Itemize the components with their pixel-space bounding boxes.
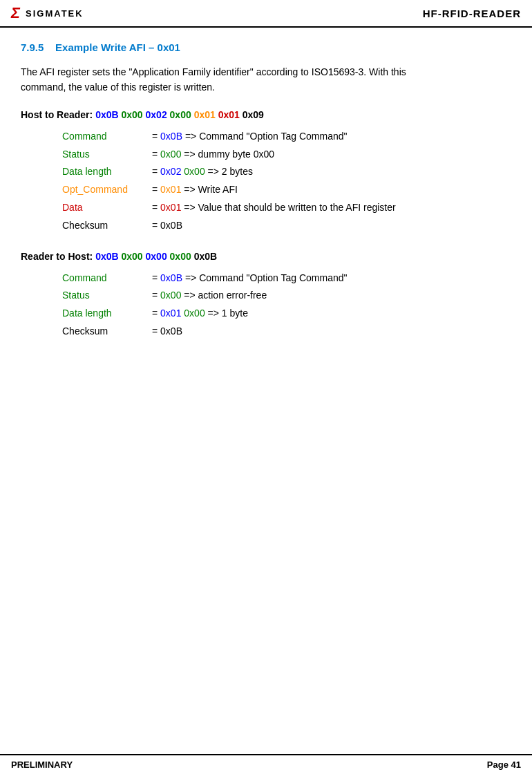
field-value-data1: = 0x01 => Value that should be written t…: [152, 200, 396, 216]
field-value-checksum1: = 0x0B: [152, 218, 182, 234]
field-value-checksum2: = 0x0B: [152, 323, 182, 340]
document-title: HF-RFID-READER: [423, 8, 521, 19]
field-row: Checksum = 0x0B: [62, 323, 511, 340]
field-row: Command = 0x0B => Command "Option Tag Co…: [62, 270, 511, 287]
field-name-datalength2: Data length: [62, 305, 152, 322]
field-name-datalength1: Data length: [62, 164, 152, 180]
field-row: Checksum = 0x0B: [62, 218, 511, 234]
host-to-reader-fields: Command = 0x0B => Command "Option Tag Co…: [62, 129, 511, 234]
section-heading: 7.9.5 Example Write AFI – 0x01: [21, 41, 511, 53]
field-name-checksum2: Checksum: [62, 323, 152, 340]
field-row: Data length = 0x02 0x00 => 2 bytes: [62, 164, 511, 180]
field-row: Data length = 0x01 0x00 => 1 byte: [62, 305, 511, 322]
footer-right: Page 41: [487, 759, 521, 770]
company-name: SIGMATEK: [26, 8, 84, 19]
description-text: The AFI register sets the "Application F…: [21, 64, 511, 95]
rth-hex-1: 0x0B: [95, 251, 118, 262]
field-name-command2: Command: [62, 270, 152, 287]
field-value-optcommand: = 0x01 => Write AFI: [152, 182, 238, 198]
reader-to-host-label: Reader to Host:: [21, 251, 93, 262]
htr-hex-4: 0x00: [170, 109, 191, 120]
host-to-reader-block: Host to Reader: 0x0B 0x00 0x02 0x00 0x01…: [21, 109, 511, 234]
field-name-checksum1: Checksum: [62, 218, 152, 234]
field-row: Status = 0x00 => dummy byte 0x00: [62, 147, 511, 163]
rth-hex-5: 0x0B: [194, 251, 217, 262]
main-content: 7.9.5 Example Write AFI – 0x01 The AFI r…: [0, 28, 532, 398]
field-name-data1: Data: [62, 200, 152, 216]
field-value-command1: = 0x0B => Command "Option Tag Command": [152, 129, 347, 145]
field-row: Status = 0x00 => action error-free: [62, 287, 511, 304]
rth-hex-2: 0x00: [121, 251, 142, 262]
field-name-optcommand: Opt_Command: [62, 182, 152, 198]
htr-hex-7: 0x09: [243, 109, 264, 120]
field-value-status1: = 0x00 => dummy byte 0x00: [152, 147, 274, 163]
description-line2: command, the value of this register is w…: [21, 82, 215, 93]
field-name-status2: Status: [62, 287, 152, 304]
field-name-status1: Status: [62, 147, 152, 163]
field-row: Command = 0x0B => Command "Option Tag Co…: [62, 129, 511, 145]
field-name-command1: Command: [62, 129, 152, 145]
page-header: Σ SIGMATEK HF-RFID-READER: [0, 0, 532, 28]
field-value-command2: = 0x0B => Command "Option Tag Command": [152, 270, 347, 287]
htr-hex-3: 0x02: [146, 109, 167, 120]
rth-hex-4: 0x00: [170, 251, 191, 262]
field-value-status2: = 0x00 => action error-free: [152, 287, 267, 304]
sigma-icon: Σ: [11, 4, 20, 22]
section-number: 7.9.5: [21, 41, 44, 53]
rth-hex-3: 0x00: [146, 251, 167, 262]
htr-hex-2: 0x00: [121, 109, 142, 120]
host-to-reader-header: Host to Reader: 0x0B 0x00 0x02 0x00 0x01…: [21, 109, 511, 120]
section-title-text: Example Write AFI – 0x01: [55, 41, 180, 53]
page-footer: PRELIMINARY Page 41: [0, 754, 532, 774]
field-value-datalength2: = 0x01 0x00 => 1 byte: [152, 305, 248, 322]
htr-hex-1: 0x0B: [95, 109, 118, 120]
footer-left: PRELIMINARY: [11, 759, 73, 770]
reader-to-host-header: Reader to Host: 0x0B 0x00 0x00 0x00 0x0B: [21, 251, 511, 262]
host-to-reader-label: Host to Reader:: [21, 109, 93, 120]
logo: Σ SIGMATEK: [11, 4, 84, 22]
reader-to-host-block: Reader to Host: 0x0B 0x00 0x00 0x00 0x0B…: [21, 251, 511, 340]
field-row: Opt_Command = 0x01 => Write AFI: [62, 182, 511, 198]
reader-to-host-fields: Command = 0x0B => Command "Option Tag Co…: [62, 270, 511, 340]
htr-hex-6: 0x01: [218, 109, 240, 120]
field-row: Data = 0x01 => Value that should be writ…: [62, 200, 511, 216]
field-value-datalength1: = 0x02 0x00 => 2 bytes: [152, 164, 253, 180]
htr-hex-5: 0x01: [194, 109, 216, 120]
description-line1: The AFI register sets the "Application F…: [21, 66, 406, 77]
